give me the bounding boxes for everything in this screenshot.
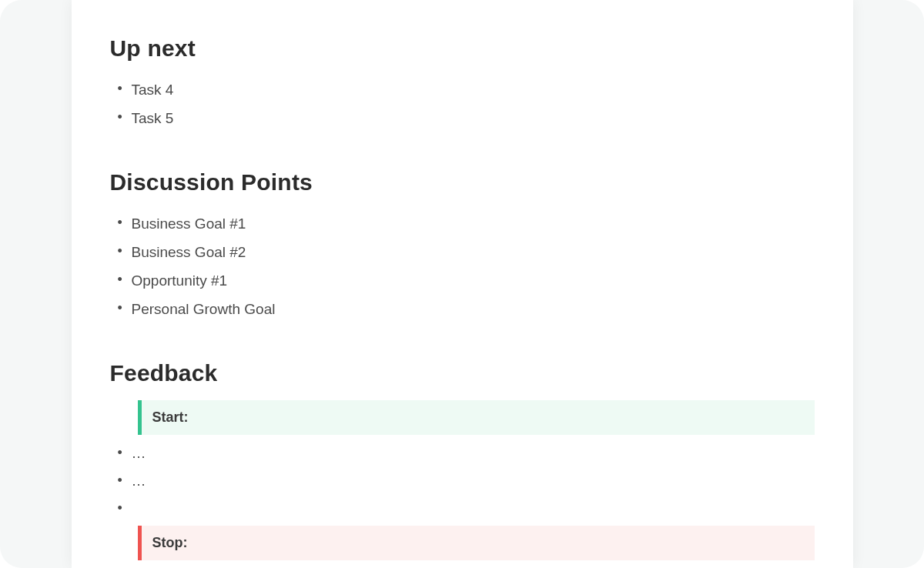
list-item: … [132, 467, 815, 495]
up-next-list: Task 4 Task 5 [110, 75, 815, 132]
feedback-heading: Feedback [110, 360, 815, 386]
feedback-section: Start: … … Stop: [110, 400, 815, 560]
list-item: Task 5 [132, 104, 815, 132]
list-item: Business Goal #1 [132, 209, 815, 238]
list-item [132, 495, 815, 518]
feedback-start-list: … … [110, 439, 815, 518]
list-item: … [132, 439, 815, 467]
document-page: Up next Task 4 Task 5 Discussion Points … [72, 0, 853, 568]
up-next-heading: Up next [110, 35, 815, 62]
list-item: Personal Growth Goal [132, 295, 815, 323]
list-item: Opportunity #1 [132, 266, 815, 295]
feedback-start-callout: Start: [138, 400, 815, 435]
list-item: Task 4 [132, 75, 815, 104]
feedback-stop-callout: Stop: [138, 526, 815, 560]
discussion-points-heading: Discussion Points [110, 169, 815, 195]
list-item: Business Goal #2 [132, 238, 815, 266]
discussion-points-list: Business Goal #1 Business Goal #2 Opport… [110, 209, 815, 323]
